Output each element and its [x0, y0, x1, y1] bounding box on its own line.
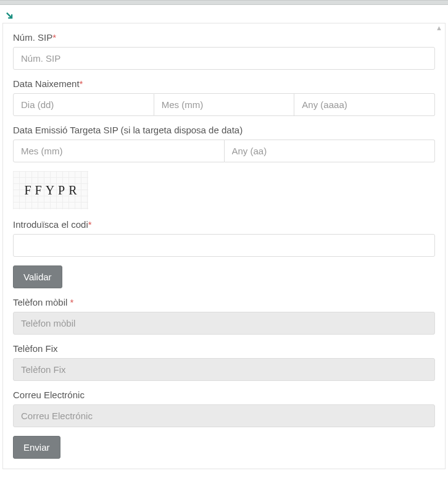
- field-email: Correu Electrónic: [13, 390, 435, 427]
- num-sip-input[interactable]: [13, 47, 435, 70]
- field-birth-date: Data Naixement*: [13, 78, 435, 116]
- landline-input[interactable]: [13, 358, 435, 381]
- captcha-label-text: Introduïsca el codi: [13, 219, 88, 230]
- birth-month-input[interactable]: [154, 93, 295, 116]
- required-mark: *: [80, 78, 83, 89]
- birth-day-input[interactable]: [13, 93, 154, 116]
- field-captcha-code: Introduïsca el codi*: [13, 219, 435, 257]
- captcha-image: FFYPR: [13, 171, 88, 209]
- scroll-up-cue: ▲: [436, 25, 442, 31]
- num-sip-label-text: Núm. SIP: [13, 32, 52, 43]
- num-sip-label: Núm. SIP*: [13, 32, 435, 43]
- birth-date-label-text: Data Naixement: [13, 78, 80, 89]
- form-container: ▲ Núm. SIP* Data Naixement* Data Emissió…: [2, 23, 446, 469]
- required-mark: *: [52, 32, 56, 43]
- birth-date-row: [13, 93, 435, 116]
- issue-date-row: [13, 140, 435, 162]
- submit-button-group: Enviar: [13, 436, 435, 459]
- issue-month-input[interactable]: [13, 140, 225, 162]
- required-mark: *: [70, 297, 74, 307]
- captcha-label: Introduïsca el codi*: [13, 219, 435, 230]
- required-mark: *: [88, 219, 92, 230]
- field-landline: Telèfon Fix: [13, 343, 435, 381]
- validate-button-group: Validar: [13, 265, 435, 288]
- mobile-label: Telèfon mòbil *: [13, 297, 435, 307]
- expand-arrow-icon[interactable]: [5, 11, 14, 20]
- top-divider-bar: [0, 0, 448, 5]
- issue-year-input[interactable]: [225, 140, 436, 162]
- birth-date-label: Data Naixement*: [13, 78, 435, 89]
- mobile-input[interactable]: [13, 312, 435, 335]
- validate-button[interactable]: Validar: [13, 265, 62, 288]
- field-issue-date: Data Emissió Targeta SIP (si la targeta …: [13, 125, 435, 162]
- field-num-sip: Núm. SIP*: [13, 32, 435, 70]
- mobile-label-text: Telèfon mòbil: [13, 297, 70, 307]
- field-mobile: Telèfon mòbil *: [13, 297, 435, 335]
- email-input[interactable]: [13, 404, 435, 427]
- captcha-input[interactable]: [13, 234, 435, 257]
- submit-button[interactable]: Enviar: [13, 436, 60, 459]
- landline-label: Telèfon Fix: [13, 343, 435, 354]
- birth-year-input[interactable]: [294, 93, 435, 116]
- email-label: Correu Electrónic: [13, 390, 435, 400]
- issue-date-label: Data Emissió Targeta SIP (si la targeta …: [13, 125, 435, 135]
